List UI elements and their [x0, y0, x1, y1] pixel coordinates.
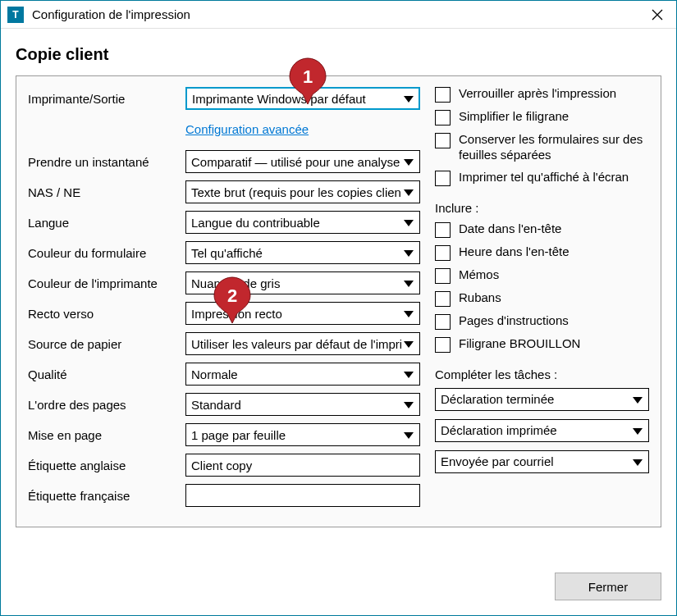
label-paper-source: Source de papier [28, 337, 185, 351]
label-memos: Mémos [459, 267, 499, 283]
select-snapshot[interactable]: Comparatif — utilisé pour une analyse [185, 150, 420, 173]
select-form-color[interactable]: Tel qu'affiché [185, 241, 420, 264]
page-heading: Copie client [16, 45, 661, 64]
label-time: Heure dans l'en-tête [459, 244, 570, 260]
checkbox-time-header[interactable] [435, 245, 451, 261]
label-quality: Qualité [28, 367, 185, 381]
label-french-tag: Étiquette française [28, 489, 185, 503]
select-layout[interactable]: 1 page par feuille [185, 423, 420, 446]
checkbox-draft-watermark[interactable] [435, 337, 451, 353]
label-printer: Imprimante/Sortie [28, 92, 185, 106]
titlebar: T Configuration de l'impression [1, 1, 676, 29]
checkbox-instructions[interactable] [435, 314, 451, 330]
select-page-order[interactable]: Standard [185, 393, 420, 416]
window-title: Configuration de l'impression [32, 7, 645, 21]
select-task-1[interactable]: Déclaration terminée [435, 388, 649, 411]
label-draft: Filigrane BROUILLON [459, 336, 580, 352]
checkbox-ribbons[interactable] [435, 291, 451, 307]
select-nas[interactable]: Texte brut (requis pour les copies clien… [185, 180, 420, 203]
checkbox-print-as-shown[interactable] [435, 171, 451, 186]
label-snapshot: Prendre un instantané [28, 155, 185, 169]
input-english-tag[interactable] [185, 454, 420, 477]
label-language: Langue [28, 216, 185, 230]
checkbox-memos[interactable] [435, 268, 451, 284]
close-button[interactable]: Fermer [555, 573, 661, 600]
select-task-3[interactable]: Envoyée par courriel [435, 450, 649, 473]
input-french-tag[interactable] [185, 484, 420, 507]
settings-panel: Imprimante/Sortie Imprimante Windows par… [16, 75, 661, 527]
label-layout: Mise en page [28, 428, 185, 442]
select-quality[interactable]: Normale [185, 363, 420, 386]
checkbox-simplify-watermark[interactable] [435, 110, 451, 125]
label-separate: Conserver les formulaires sur des feuill… [459, 132, 649, 163]
tasks-title: Compléter les tâches : [435, 367, 649, 381]
close-icon[interactable] [645, 2, 670, 27]
checkbox-separate-sheets[interactable] [435, 133, 451, 148]
link-advanced-config[interactable]: Configuration avancée [185, 122, 309, 136]
label-lock: Verrouiller après l'impression [459, 86, 616, 102]
label-printer-color: Couleur de l'imprimante [28, 276, 185, 290]
label-page-order: L'ordre des pages [28, 398, 185, 412]
select-duplex[interactable]: Impression recto [185, 302, 420, 325]
label-form-color: Couleur du formulaire [28, 246, 185, 260]
select-task-2[interactable]: Déclaration imprimée [435, 419, 649, 442]
label-duplex: Recto verso [28, 307, 185, 321]
label-simplify: Simplifier le filigrane [459, 109, 569, 125]
label-as-shown: Imprimer tel qu'affiché à l'écran [459, 170, 629, 185]
checkbox-lock[interactable] [435, 87, 451, 103]
app-icon: T [7, 7, 24, 23]
select-printer[interactable]: Imprimante Windows par défaut [185, 87, 420, 110]
label-date: Date dans l'en-tête [459, 221, 561, 237]
select-paper-source[interactable]: Utiliser les valeurs par défaut de l'imp… [185, 332, 420, 355]
select-language[interactable]: Langue du contribuable [185, 211, 420, 234]
label-english-tag: Étiquette anglaise [28, 459, 185, 472]
label-instructions: Pages d'instructions [459, 313, 569, 329]
label-nas: NAS / NE [28, 185, 185, 199]
label-ribbons: Rubans [459, 290, 501, 306]
include-title: Inclure : [435, 201, 649, 215]
select-printer-color[interactable]: Nuances de gris [185, 271, 420, 294]
checkbox-date-header[interactable] [435, 222, 451, 238]
